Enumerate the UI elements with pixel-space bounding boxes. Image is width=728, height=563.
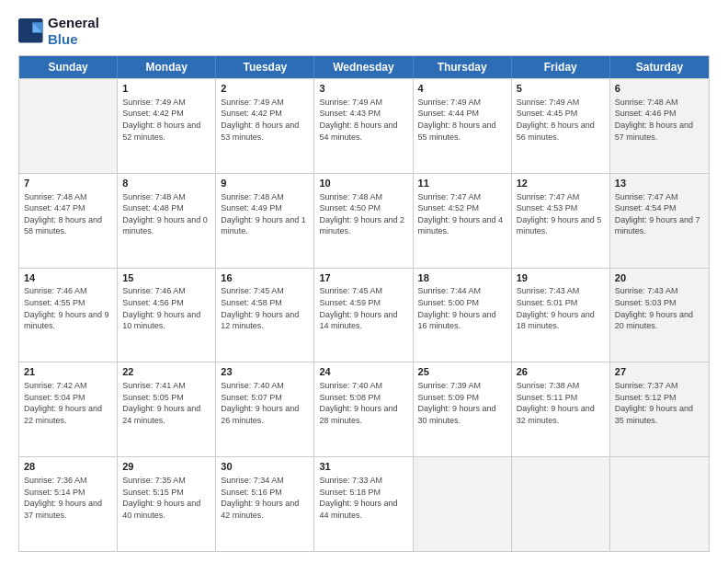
week-row-3: 21Sunrise: 7:42 AMSunset: 5:04 PMDayligh… (19, 362, 709, 456)
cal-cell-0-0 (19, 79, 118, 173)
day-number: 25 (418, 365, 506, 379)
cal-cell-2-0: 14Sunrise: 7:46 AMSunset: 4:55 PMDayligh… (19, 269, 118, 362)
cell-info: Sunrise: 7:47 AMSunset: 4:54 PMDaylight:… (615, 191, 704, 237)
calendar-header: SundayMondayTuesdayWednesdayThursdayFrid… (19, 56, 709, 78)
cell-info: Sunrise: 7:48 AMSunset: 4:49 PMDaylight:… (221, 191, 309, 237)
day-header-friday: Friday (512, 56, 610, 78)
day-number: 16 (221, 271, 309, 285)
cell-info: Sunrise: 7:49 AMSunset: 4:42 PMDaylight:… (122, 97, 210, 143)
cal-cell-4-3: 31Sunrise: 7:33 AMSunset: 5:18 PMDayligh… (314, 457, 413, 551)
day-number: 30 (221, 460, 309, 474)
day-number: 6 (615, 82, 704, 96)
page: General Blue SundayMondayTuesdayWednesda… (0, 0, 728, 563)
cell-info: Sunrise: 7:39 AMSunset: 5:09 PMDaylight:… (418, 380, 506, 426)
cell-info: Sunrise: 7:46 AMSunset: 4:55 PMDaylight:… (24, 285, 112, 331)
cell-info: Sunrise: 7:38 AMSunset: 5:11 PMDaylight:… (517, 380, 605, 426)
day-number: 14 (24, 271, 112, 285)
cell-info: Sunrise: 7:49 AMSunset: 4:45 PMDaylight:… (517, 97, 605, 143)
cell-info: Sunrise: 7:48 AMSunset: 4:50 PMDaylight:… (319, 191, 407, 237)
day-number: 20 (615, 271, 704, 285)
cell-info: Sunrise: 7:49 AMSunset: 4:44 PMDaylight:… (418, 97, 506, 143)
day-number: 19 (517, 271, 605, 285)
cell-info: Sunrise: 7:47 AMSunset: 4:53 PMDaylight:… (517, 191, 605, 237)
day-number: 2 (221, 82, 309, 96)
day-header-tuesday: Tuesday (216, 56, 314, 78)
day-number: 24 (319, 365, 407, 379)
cal-cell-4-2: 30Sunrise: 7:34 AMSunset: 5:16 PMDayligh… (216, 457, 314, 551)
cal-cell-3-6: 27Sunrise: 7:37 AMSunset: 5:12 PMDayligh… (610, 362, 709, 456)
day-number: 5 (517, 82, 605, 96)
week-row-0: 1Sunrise: 7:49 AMSunset: 4:42 PMDaylight… (19, 78, 709, 173)
day-header-sunday: Sunday (19, 56, 118, 78)
cal-cell-2-1: 15Sunrise: 7:46 AMSunset: 4:56 PMDayligh… (118, 269, 216, 362)
cal-cell-2-2: 16Sunrise: 7:45 AMSunset: 4:58 PMDayligh… (216, 269, 314, 362)
day-number: 17 (319, 271, 407, 285)
cal-cell-3-1: 22Sunrise: 7:41 AMSunset: 5:05 PMDayligh… (118, 362, 216, 456)
day-header-wednesday: Wednesday (314, 56, 413, 78)
cal-cell-2-6: 20Sunrise: 7:43 AMSunset: 5:03 PMDayligh… (610, 269, 709, 362)
cal-cell-4-6 (610, 457, 709, 551)
day-number: 22 (122, 365, 210, 379)
cell-info: Sunrise: 7:43 AMSunset: 5:01 PMDaylight:… (517, 285, 605, 331)
cal-cell-4-1: 29Sunrise: 7:35 AMSunset: 5:15 PMDayligh… (118, 457, 216, 551)
cell-info: Sunrise: 7:34 AMSunset: 5:16 PMDaylight:… (221, 475, 309, 521)
cell-info: Sunrise: 7:36 AMSunset: 5:14 PMDaylight:… (24, 475, 112, 521)
day-number: 11 (418, 177, 506, 190)
cal-cell-3-5: 26Sunrise: 7:38 AMSunset: 5:11 PMDayligh… (512, 362, 610, 456)
day-number: 29 (122, 460, 210, 474)
cal-cell-2-5: 19Sunrise: 7:43 AMSunset: 5:01 PMDayligh… (512, 269, 610, 362)
day-number: 13 (615, 177, 704, 190)
cell-info: Sunrise: 7:48 AMSunset: 4:48 PMDaylight:… (122, 191, 210, 237)
cell-info: Sunrise: 7:49 AMSunset: 4:43 PMDaylight:… (319, 97, 407, 143)
cal-cell-3-2: 23Sunrise: 7:40 AMSunset: 5:07 PMDayligh… (216, 362, 314, 456)
cell-info: Sunrise: 7:48 AMSunset: 4:46 PMDaylight:… (615, 97, 704, 143)
cal-cell-2-3: 17Sunrise: 7:45 AMSunset: 4:59 PMDayligh… (314, 269, 413, 362)
day-header-thursday: Thursday (414, 56, 512, 78)
cell-info: Sunrise: 7:44 AMSunset: 5:00 PMDaylight:… (418, 285, 506, 331)
day-header-monday: Monday (118, 56, 216, 78)
cal-cell-4-0: 28Sunrise: 7:36 AMSunset: 5:14 PMDayligh… (19, 457, 118, 551)
cell-info: Sunrise: 7:45 AMSunset: 4:58 PMDaylight:… (221, 285, 309, 331)
day-number: 7 (24, 177, 112, 190)
week-row-4: 28Sunrise: 7:36 AMSunset: 5:14 PMDayligh… (19, 456, 709, 551)
cell-info: Sunrise: 7:40 AMSunset: 5:08 PMDaylight:… (319, 380, 407, 426)
day-number: 27 (615, 365, 704, 379)
cell-info: Sunrise: 7:35 AMSunset: 5:15 PMDaylight:… (122, 475, 210, 521)
calendar: SundayMondayTuesdayWednesdayThursdayFrid… (18, 55, 710, 552)
cal-cell-2-4: 18Sunrise: 7:44 AMSunset: 5:00 PMDayligh… (414, 269, 512, 362)
cell-info: Sunrise: 7:43 AMSunset: 5:03 PMDaylight:… (615, 285, 704, 331)
day-number: 9 (221, 177, 309, 190)
cal-cell-3-3: 24Sunrise: 7:40 AMSunset: 5:08 PMDayligh… (314, 362, 413, 456)
cell-info: Sunrise: 7:40 AMSunset: 5:07 PMDaylight:… (221, 380, 309, 426)
day-number: 1 (122, 82, 210, 96)
calendar-body: 1Sunrise: 7:49 AMSunset: 4:42 PMDaylight… (19, 78, 709, 551)
cal-cell-1-2: 9Sunrise: 7:48 AMSunset: 4:49 PMDaylight… (216, 174, 314, 268)
week-row-2: 14Sunrise: 7:46 AMSunset: 4:55 PMDayligh… (19, 268, 709, 362)
logo-icon (18, 18, 44, 44)
cell-info: Sunrise: 7:33 AMSunset: 5:18 PMDaylight:… (319, 475, 407, 521)
day-number: 15 (122, 271, 210, 285)
cell-info: Sunrise: 7:42 AMSunset: 5:04 PMDaylight:… (24, 380, 112, 426)
cal-cell-0-1: 1Sunrise: 7:49 AMSunset: 4:42 PMDaylight… (118, 79, 216, 173)
cal-cell-3-4: 25Sunrise: 7:39 AMSunset: 5:09 PMDayligh… (414, 362, 512, 456)
cal-cell-1-1: 8Sunrise: 7:48 AMSunset: 4:48 PMDaylight… (118, 174, 216, 268)
logo-text: General Blue (48, 15, 99, 48)
cal-cell-1-3: 10Sunrise: 7:48 AMSunset: 4:50 PMDayligh… (314, 174, 413, 268)
cal-cell-0-4: 4Sunrise: 7:49 AMSunset: 4:44 PMDaylight… (414, 79, 512, 173)
cell-info: Sunrise: 7:47 AMSunset: 4:52 PMDaylight:… (418, 191, 506, 237)
cal-cell-1-0: 7Sunrise: 7:48 AMSunset: 4:47 PMDaylight… (19, 174, 118, 268)
day-number: 28 (24, 460, 112, 474)
cal-cell-0-5: 5Sunrise: 7:49 AMSunset: 4:45 PMDaylight… (512, 79, 610, 173)
day-number: 10 (319, 177, 407, 190)
cal-cell-0-6: 6Sunrise: 7:48 AMSunset: 4:46 PMDaylight… (610, 79, 709, 173)
cal-cell-0-2: 2Sunrise: 7:49 AMSunset: 4:42 PMDaylight… (216, 79, 314, 173)
cell-info: Sunrise: 7:41 AMSunset: 5:05 PMDaylight:… (122, 380, 210, 426)
day-number: 31 (319, 460, 407, 474)
day-number: 8 (122, 177, 210, 190)
cal-cell-4-5 (512, 457, 610, 551)
cell-info: Sunrise: 7:49 AMSunset: 4:42 PMDaylight:… (221, 97, 309, 143)
cell-info: Sunrise: 7:46 AMSunset: 4:56 PMDaylight:… (122, 285, 210, 331)
cal-cell-3-0: 21Sunrise: 7:42 AMSunset: 5:04 PMDayligh… (19, 362, 118, 456)
day-number: 18 (418, 271, 506, 285)
logo: General Blue (18, 15, 99, 48)
